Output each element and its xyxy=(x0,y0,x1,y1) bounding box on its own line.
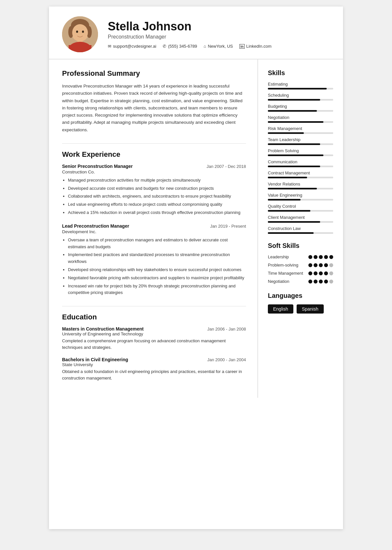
skill-item-13: Construction Law xyxy=(268,226,333,234)
skill-bar-bg-10 xyxy=(268,199,333,201)
header-info: Stella Johnson Preconstruction Manager ✉… xyxy=(108,20,330,49)
skill-bar-fill-1 xyxy=(268,99,320,101)
svg-point-8 xyxy=(82,31,84,33)
edu-1-header: Masters in Construction Management Jan 2… xyxy=(62,326,246,332)
email-icon: ✉ xyxy=(108,44,111,49)
job-1-bullet-1: Managed preconstruction activities for m… xyxy=(68,177,246,184)
divider-2 xyxy=(62,306,246,306)
dot-1-1 xyxy=(314,263,318,267)
work-experience-section: Work Experience Senior Preconstruction M… xyxy=(62,150,246,296)
dot-2-3 xyxy=(324,271,328,275)
dot-2-4 xyxy=(329,271,333,275)
job-1: Senior Preconstruction Manager Jan 2007 … xyxy=(62,164,246,216)
contact-phone: ✆ (555) 345-6789 xyxy=(163,44,197,49)
skill-item-4: Risk Management xyxy=(268,126,333,134)
right-column: Skills Estimating Scheduling Budgeting N… xyxy=(258,59,343,398)
location-icon: ⌂ xyxy=(204,44,206,49)
skills-list: Estimating Scheduling Budgeting Negotiat… xyxy=(268,82,333,234)
summary-title: Professional Summary xyxy=(62,69,246,78)
edu-2-dates: Jan 2000 - Jan 2004 xyxy=(207,357,246,362)
skill-bar-fill-3 xyxy=(268,121,323,123)
avatar xyxy=(62,16,98,52)
svg-point-7 xyxy=(76,31,78,33)
job-1-dates: Jan 2007 - Dec 2018 xyxy=(206,164,246,169)
skills-section: Skills Estimating Scheduling Budgeting N… xyxy=(268,69,333,234)
dots-container-2 xyxy=(308,271,333,275)
job-2: Lead Preconstruction Manager Jan 2019 - … xyxy=(62,223,246,296)
skill-bar-bg-6 xyxy=(268,154,333,156)
skill-bar-fill-11 xyxy=(268,210,310,212)
skill-item-10: Value Engineering xyxy=(268,193,333,201)
skill-bar-fill-13 xyxy=(268,232,314,234)
job-1-header: Senior Preconstruction Manager Jan 2007 … xyxy=(62,164,246,169)
dots-container-0 xyxy=(308,255,333,259)
dot-0-0 xyxy=(308,255,312,259)
job-1-bullets: Managed preconstruction activities for m… xyxy=(62,177,246,216)
linkedin-icon: in xyxy=(239,44,245,49)
dot-0-4 xyxy=(329,255,333,259)
soft-skill-item-1: Problem-solving xyxy=(268,263,333,267)
job-1-bullet-3: Collaborated with architects, engineers,… xyxy=(68,193,246,200)
skill-bar-fill-10 xyxy=(268,199,301,201)
job-1-title: Senior Preconstruction Manager xyxy=(62,164,133,169)
job-2-company: Development Inc. xyxy=(62,229,246,234)
divider-1 xyxy=(62,143,246,144)
lang-english: English xyxy=(268,304,293,314)
svg-rect-11 xyxy=(69,45,91,52)
skill-item-0: Estimating xyxy=(268,82,333,89)
skill-name-3: Negotiation xyxy=(268,115,333,120)
skill-bar-bg-9 xyxy=(268,188,333,189)
skill-bar-bg-8 xyxy=(268,177,333,178)
skill-name-7: Communication xyxy=(268,159,333,164)
candidate-title: Preconstruction Manager xyxy=(108,34,330,40)
skill-item-8: Contract Management xyxy=(268,170,333,178)
skill-bar-bg-13 xyxy=(268,232,333,234)
skill-item-6: Problem Solving xyxy=(268,148,333,156)
skill-item-9: Vendor Relations xyxy=(268,182,333,189)
skill-bar-fill-8 xyxy=(268,177,307,178)
job-1-bullet-2: Developed accurate cost estimates and bu… xyxy=(68,185,246,192)
job-2-title: Lead Preconstruction Manager xyxy=(62,223,129,229)
soft-skill-name-1: Problem-solving xyxy=(268,263,308,267)
skill-name-6: Problem Solving xyxy=(268,148,333,153)
skill-name-11: Quality Control xyxy=(268,204,333,209)
resume-header: Stella Johnson Preconstruction Manager ✉… xyxy=(49,7,343,59)
job-1-bullet-4: Led value engineering efforts to reduce … xyxy=(68,201,246,208)
email-text: support@cvdesigner.ai xyxy=(113,44,156,49)
contact-location: ⌂ NewYork, US xyxy=(204,44,233,49)
dot-2-2 xyxy=(319,271,323,275)
dot-3-3 xyxy=(324,280,328,283)
dot-3-2 xyxy=(319,280,323,283)
candidate-name: Stella Johnson xyxy=(108,20,330,33)
skill-item-12: Client Management xyxy=(268,215,333,223)
languages-title: Languages xyxy=(268,292,333,299)
summary-text: Innovative Preconstruction Manager with … xyxy=(62,83,246,134)
skill-bar-fill-2 xyxy=(268,110,317,112)
job-2-bullet-5: Increased win rate for project bids by 2… xyxy=(68,283,246,297)
dot-1-4 xyxy=(329,263,333,267)
skill-item-1: Scheduling xyxy=(268,93,333,101)
edu-1: Masters in Construction Management Jan 2… xyxy=(62,326,246,351)
main-content: Professional Summary Innovative Preconst… xyxy=(49,59,343,398)
phone-icon: ✆ xyxy=(163,44,166,49)
dot-3-0 xyxy=(308,280,312,283)
edu-1-desc: Completed a comprehensive program focusi… xyxy=(62,338,246,351)
skill-bar-bg-0 xyxy=(268,88,333,89)
summary-section: Professional Summary Innovative Preconst… xyxy=(62,69,246,134)
soft-skills-list: Leadership Problem-solving Time Manageme… xyxy=(268,254,333,284)
dot-1-3 xyxy=(324,263,328,267)
contact-linkedin: in LinkedIn.com xyxy=(239,44,271,49)
dots-container-3 xyxy=(308,280,333,283)
skill-name-12: Client Management xyxy=(268,215,333,220)
skill-name-10: Value Engineering xyxy=(268,193,333,198)
skill-bar-bg-2 xyxy=(268,110,333,112)
soft-skill-item-3: Negotiation xyxy=(268,279,333,284)
soft-skill-item-0: Leadership xyxy=(268,254,333,259)
edu-2-school: State University xyxy=(62,362,246,367)
skill-bar-fill-5 xyxy=(268,143,320,145)
skill-bar-bg-7 xyxy=(268,166,333,167)
skill-item-2: Budgeting xyxy=(268,104,333,112)
job-2-bullet-3: Developed strong relationships with key … xyxy=(68,267,246,273)
edu-1-school: University of Engineering and Technology xyxy=(62,332,246,336)
skill-bar-bg-4 xyxy=(268,132,333,134)
